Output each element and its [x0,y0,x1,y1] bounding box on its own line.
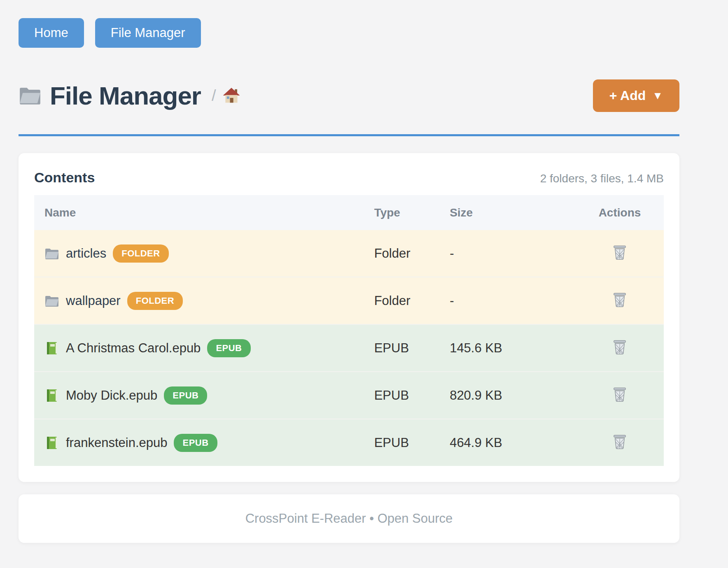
delete-button[interactable] [611,338,628,357]
name-cell: frankenstein.epub EPUB [34,419,374,466]
table-row: Moby Dick.epub EPUB EPUB 820.9 KB [34,372,664,419]
delete-button[interactable] [611,291,628,310]
type-badge: EPUB [174,434,217,452]
page-title: File Manager [50,81,201,110]
home-icon[interactable] [223,87,240,104]
file-name-link[interactable]: wallpaper [66,293,121,308]
trash-icon [613,387,627,403]
name-cell: Moby Dick.epub EPUB [34,372,374,419]
breadcrumb-separator: / [212,87,216,105]
trash-icon [613,245,627,261]
contents-heading: Contents [34,170,95,186]
name-cell: articles FOLDER [34,230,374,277]
column-header-type: Type [374,195,450,230]
contents-card-header: Contents 2 folders, 3 files, 1.4 MB [34,170,664,186]
file-table: Name Type Size Actions articles FOLDER F… [34,195,664,466]
name-cell: wallpaper FOLDER [34,277,374,324]
folder-icon [44,247,59,261]
folder-icon [44,294,59,308]
title-underline [19,134,679,136]
size-cell: 464.9 KB [450,419,576,466]
book-icon [44,389,59,403]
type-badge: FOLDER [127,292,183,310]
book-icon [44,436,59,450]
type-cell: EPUB [374,372,450,419]
book-icon [44,341,59,355]
top-nav: Home File Manager [19,0,679,48]
nav-file-manager-button[interactable]: File Manager [95,18,201,48]
type-badge: EPUB [164,386,207,405]
chevron-down-icon: ▼ [652,89,663,102]
contents-card: Contents 2 folders, 3 files, 1.4 MB Name… [19,153,679,482]
trash-icon [613,340,627,355]
file-name-link[interactable]: articles [66,246,106,261]
type-cell: EPUB [374,419,450,466]
type-cell: Folder [374,277,450,324]
column-header-actions: Actions [576,195,664,230]
table-header-row: Name Type Size Actions [34,195,664,230]
table-row: A Christmas Carol.epub EPUB EPUB 145.6 K… [34,324,664,372]
nav-home-button[interactable]: Home [19,18,84,48]
column-header-size: Size [450,195,576,230]
page: Home File Manager File Manager / + Add ▼… [19,0,679,543]
table-row: wallpaper FOLDER Folder - [34,277,664,324]
add-button[interactable]: + Add ▼ [593,79,679,112]
trash-icon [613,292,627,308]
page-header: File Manager / + Add ▼ [19,77,679,114]
delete-button[interactable] [611,433,628,452]
size-cell: 145.6 KB [450,324,576,372]
file-name-link[interactable]: Moby Dick.epub [66,388,157,403]
footer-card: CrossPoint E-Reader • Open Source [19,494,679,543]
table-row: frankenstein.epub EPUB EPUB 464.9 KB [34,419,664,466]
size-cell: - [450,277,576,324]
name-cell: A Christmas Carol.epub EPUB [34,324,374,372]
size-cell: - [450,230,576,277]
table-row: articles FOLDER Folder - [34,230,664,277]
footer-text: CrossPoint E-Reader • Open Source [245,511,453,526]
type-badge: EPUB [207,339,250,357]
type-cell: EPUB [374,324,450,372]
type-cell: Folder [374,230,450,277]
contents-summary: 2 folders, 3 files, 1.4 MB [540,172,664,185]
trash-icon [613,434,627,450]
file-name-link[interactable]: A Christmas Carol.epub [66,341,201,356]
add-button-label: + Add [609,88,646,103]
title-group: File Manager / [19,81,240,110]
type-badge: FOLDER [113,244,168,263]
file-name-link[interactable]: frankenstein.epub [66,435,167,450]
column-header-name: Name [34,195,374,230]
size-cell: 820.9 KB [450,372,576,419]
folder-icon [19,86,42,105]
delete-button[interactable] [611,385,628,404]
delete-button[interactable] [611,243,628,262]
